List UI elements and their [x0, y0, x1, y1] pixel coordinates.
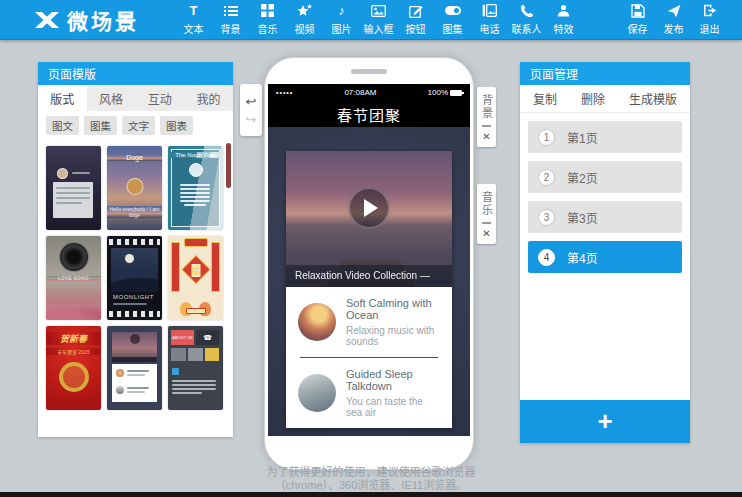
template-north-pole[interactable]: The North Pole — [168, 146, 223, 230]
music-note-icon: ♪ — [338, 4, 345, 17]
template-spring-couplets[interactable]: 福 — [168, 236, 223, 320]
play-button[interactable] — [348, 187, 390, 229]
publish-button[interactable]: 发布 — [657, 3, 690, 36]
doge-avatar — [126, 178, 143, 195]
music-side-tab[interactable]: 音乐 ✕ — [477, 184, 496, 244]
tool-phone[interactable]: 电话 — [473, 3, 506, 36]
template-panel-header: 页面模版 — [38, 62, 233, 85]
background-side-tab[interactable]: 背景 ✕ — [477, 87, 496, 147]
playlist-item[interactable]: Soft Calming with Ocean Relaxing music w… — [286, 287, 452, 357]
template-he-xin-chun[interactable]: 贺新春 羊年贺岁 2015 — [46, 326, 101, 410]
make-template-button[interactable]: 生成模版 — [629, 90, 677, 107]
template-panel: 页面模版 版式 风格 互动 我的 图文 图集 文字 图表 — [38, 62, 233, 437]
moon-scene — [111, 248, 158, 292]
editor-workspace: 微场景 T 文本 背景 音乐 — [0, 0, 742, 497]
page-content: Relaxation Video Collection — Soft Calmi… — [268, 127, 470, 436]
status-time: 07:08AM — [293, 88, 427, 97]
close-icon[interactable]: ✕ — [482, 229, 490, 239]
tool-gallery[interactable]: 图集 — [436, 3, 469, 36]
tool-image[interactable]: ♪ 图片 — [325, 3, 358, 36]
tool-contacts[interactable]: 联系人 — [510, 3, 543, 36]
page-item-1[interactable]: 1 第1页 — [528, 121, 682, 153]
template-grid: Doge Hello everybody ! I am doge The Nor… — [38, 140, 233, 410]
template-moonlight[interactable]: MOONLIGHT — [107, 236, 162, 320]
save-button[interactable]: 保存 — [621, 3, 654, 36]
filter-gallery[interactable]: 图集 — [84, 116, 117, 135]
template-video-collection[interactable] — [107, 326, 162, 410]
track-thumbnail — [298, 374, 336, 412]
mini-play-icon — [130, 334, 140, 344]
template-about-tiles[interactable]: ABOUT US ☎ — [168, 326, 223, 410]
tool-effects[interactable]: 特效 — [547, 3, 580, 36]
delete-page-button[interactable]: 删除 — [581, 90, 605, 107]
page-item-3[interactable]: 3 第3页 — [528, 201, 682, 233]
template-scrollbar[interactable] — [226, 143, 231, 188]
grid-icon — [261, 3, 274, 18]
tool-button[interactable]: 按钮 — [399, 3, 432, 36]
tool-background[interactable]: 背景 — [214, 3, 247, 36]
add-page-button[interactable]: + — [520, 400, 690, 443]
minimize-icon[interactable] — [482, 125, 491, 127]
tab-layout[interactable]: 版式 — [38, 85, 87, 111]
minimize-icon[interactable] — [482, 222, 491, 224]
app-title: 微场景 — [67, 5, 139, 35]
app-logo: 微场景 — [34, 5, 139, 35]
save-icon — [631, 3, 645, 18]
page-number-badge: 4 — [538, 249, 555, 266]
signal-dots: ••••• — [276, 89, 293, 96]
playlist-item[interactable]: Guided Sleep Talkdown You can taste the … — [286, 358, 452, 428]
history-panel: ↩ ↪ — [240, 84, 262, 136]
browser-hint: 为了获得更好的使用，建议使用谷歌浏览器 （chrome）、360浏览器、IE11… — [0, 466, 742, 492]
tool-music[interactable]: 音乐 — [251, 3, 284, 36]
exit-icon — [703, 3, 717, 18]
redo-icon[interactable]: ↪ — [246, 113, 257, 126]
page-title: 春节团聚 — [268, 101, 470, 127]
page-manager-header: 页面管理 — [520, 62, 690, 85]
filter-chart[interactable]: 图表 — [160, 116, 193, 135]
mini-caption — [112, 357, 157, 362]
edit-pencil-icon — [409, 3, 423, 18]
tool-text[interactable]: T 文本 — [177, 3, 210, 36]
filter-text[interactable]: 文字 — [122, 116, 155, 135]
filter-image-text[interactable]: 图文 — [46, 116, 79, 135]
copy-page-button[interactable]: 复制 — [533, 90, 557, 107]
plus-icon: + — [597, 406, 612, 437]
page-item-4[interactable]: 4 第4页 — [528, 241, 682, 273]
list-icon — [224, 3, 238, 18]
page-list: 1 第1页 2 第2页 3 第3页 4 第4页 — [520, 113, 690, 289]
paper-plane-icon — [667, 3, 681, 18]
playlist: Soft Calming with Ocean Relaxing music w… — [286, 287, 452, 428]
template-doge[interactable]: Doge Hello everybody ! I am doge — [107, 146, 162, 230]
template-love-song[interactable]: LOVE SONG — [46, 236, 101, 320]
battery-icon — [450, 90, 462, 96]
track-title: Soft Calming with Ocean — [346, 297, 440, 321]
page-manager-actions: 复制 删除 生成模版 — [520, 85, 690, 113]
tab-style[interactable]: 风格 — [87, 85, 136, 111]
film-strip — [109, 311, 160, 317]
sparkle-star-icon — [297, 3, 312, 18]
tool-video[interactable]: 视频 — [288, 3, 321, 36]
tab-interactive[interactable]: 互动 — [136, 85, 185, 111]
play-icon — [364, 199, 378, 217]
template-tabs: 版式 风格 互动 我的 — [38, 85, 233, 111]
framed-image-icon — [482, 3, 497, 18]
page-name: 第4页 — [567, 249, 598, 266]
page-name: 第2页 — [567, 169, 598, 186]
hint-line-1: 为了获得更好的使用，建议使用谷歌浏览器 — [0, 466, 742, 479]
page-item-2[interactable]: 2 第2页 — [528, 161, 682, 193]
template-night-profile[interactable] — [46, 146, 101, 230]
undo-icon[interactable]: ↩ — [246, 95, 257, 108]
phone-screen: ••••• 07:08AM 100% 春节团聚 Relaxation Video… — [268, 84, 470, 436]
phone-preview: ••••• 07:08AM 100% 春节团聚 Relaxation Video… — [264, 57, 474, 470]
page-manager-panel: 页面管理 复制 删除 生成模版 1 第1页 2 第2页 3 第3页 4 第4页 — [520, 62, 690, 443]
close-icon[interactable]: ✕ — [482, 132, 490, 142]
exit-button[interactable]: 退出 — [693, 3, 726, 36]
video-thumbnail: Relaxation Video Collection — — [286, 151, 452, 287]
logo-x-icon — [34, 10, 60, 30]
toolbar-right-tools: 保存 发布 退出 — [621, 3, 726, 36]
page-number-badge: 3 — [538, 209, 555, 226]
tab-mine[interactable]: 我的 — [184, 85, 233, 111]
tool-input-box[interactable]: 输入框 — [362, 3, 395, 36]
top-toolbar: 微场景 T 文本 背景 音乐 — [0, 0, 742, 40]
text-icon: T — [190, 4, 198, 17]
